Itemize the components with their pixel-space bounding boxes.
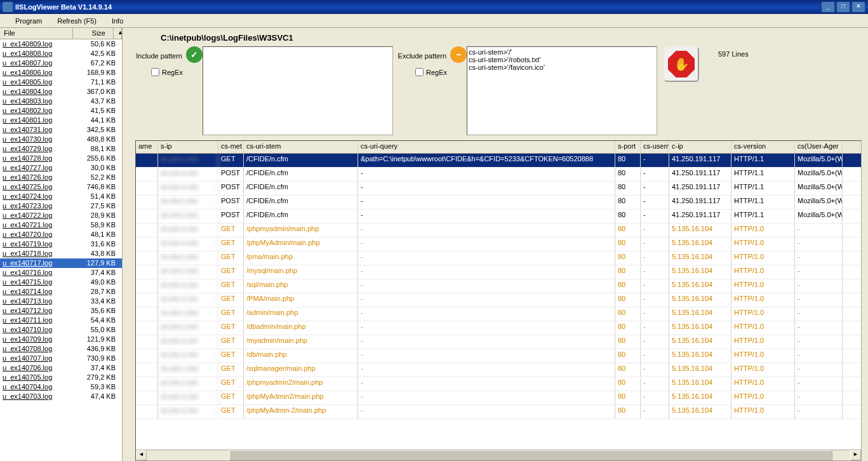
col-useragent[interactable]: cs(User-Ager <box>795 141 843 153</box>
col-cip[interactable]: c-ip <box>669 141 731 153</box>
file-row[interactable]: u_ex140806.log168,9 KB <box>0 68 122 77</box>
col-version[interactable]: cs-version <box>731 141 795 153</box>
file-row[interactable]: u_ex140727.log30,0 KB <box>0 163 122 173</box>
grid-row[interactable]: xx.xxx.x.xxxGET/mysql/main.php-80-5.135.… <box>136 265 861 279</box>
file-row[interactable]: u_ex140708.log436,9 KB <box>0 344 122 354</box>
grid-row[interactable]: xx.xxx.x.xxxGET/PMA/main.php-80-5.135.16… <box>136 293 861 307</box>
grid-row[interactable]: xx.xxx.x.xxxGET/pma/main.php-80-5.135.16… <box>136 251 861 265</box>
file-row[interactable]: u_ex140726.log52,2 KB <box>0 173 122 182</box>
file-row[interactable]: u_ex140704.log59,3 KB <box>0 382 122 392</box>
col-name[interactable]: ame <box>136 141 158 153</box>
file-row[interactable]: u_ex140710.log55,0 KB <box>0 325 122 335</box>
file-row[interactable]: u_ex140719.log31,6 KB <box>0 239 122 249</box>
cell-cip: 41.250.191.117 <box>669 168 731 181</box>
cell-uri-stem: /CFIDE/n.cfm <box>244 182 358 195</box>
file-name: u_ex140725.log <box>3 182 76 192</box>
file-size: 51,4 KB <box>76 192 119 201</box>
grid-row[interactable]: xx.xxx.x.xxxGET/phpMyAdmin2/main.php-80-… <box>136 391 861 405</box>
col-sip[interactable]: s-ip <box>158 141 218 153</box>
scroll-right-button[interactable]: ► <box>850 450 861 460</box>
file-row[interactable]: u_ex140805.log71,1 KB <box>0 77 122 87</box>
file-row[interactable]: u_ex140715.log49,0 KB <box>0 277 122 287</box>
cell-uri-stem: /pma/main.php <box>244 251 358 265</box>
file-header-name[interactable]: File <box>0 28 73 39</box>
grid-row[interactable]: xx.xxx.x.xxxPOST/CFIDE/n.cfm-80-41.250.1… <box>136 168 861 182</box>
cell-ua: - <box>795 349 843 363</box>
col-uri-query[interactable]: cs-uri-query <box>358 141 615 153</box>
grid-row[interactable]: xx.xxx.x.xxxGET/db/main.php-80-5.135.16.… <box>136 349 861 363</box>
file-row[interactable]: u_ex140714.log28,7 KB <box>0 287 122 297</box>
col-uri-stem[interactable]: cs-uri-stem <box>244 141 358 153</box>
grid-row[interactable]: xx.xxx.x.xxxGET/myadmin/main.php-80-5.13… <box>136 335 861 349</box>
grid-row[interactable]: xx.xxx.x.xxxGET/phpMyAdmin-2/main.php-80… <box>136 405 861 419</box>
grid-header[interactable]: ame s-ip cs-met cs-uri-stem cs-uri-query… <box>136 141 861 154</box>
grid-row[interactable]: xx.xxx.x.xxxGET/sqlmanager/main.php-80-5… <box>136 363 861 377</box>
file-row[interactable]: u_ex140713.log33,4 KB <box>0 297 122 306</box>
grid-row[interactable]: xx.xxx.x.xxxGET/phpmyadmin2/main.php-80-… <box>136 377 861 391</box>
cell-name <box>136 210 158 223</box>
file-row[interactable]: u_ex140716.log37,4 KB <box>0 268 122 277</box>
scroll-thumb[interactable] <box>229 450 832 460</box>
file-row[interactable]: u_ex140705.log279,2 KB <box>0 373 122 382</box>
file-row[interactable]: u_ex140731.log342,5 KB <box>0 125 122 135</box>
menu-refresh[interactable]: Refresh (F5) <box>50 17 104 25</box>
file-row[interactable]: u_ex140808.log42,5 KB <box>0 49 122 58</box>
grid-row[interactable]: xx.xxx.x.xxxGET/phpmyadmin/main.php-80-5… <box>136 224 861 237</box>
grid-row[interactable]: xx.xxx.x.xxxGET/admin/main.php-80-5.135.… <box>136 307 861 321</box>
file-row[interactable]: u_ex140721.log58,9 KB <box>0 220 122 230</box>
file-row[interactable]: u_ex140712.log35,6 KB <box>0 306 122 316</box>
file-list[interactable]: u_ex140809.log50,6 KBu_ex140808.log42,5 … <box>0 39 122 461</box>
col-port[interactable]: s-port <box>615 141 641 153</box>
minimize-button[interactable]: _ <box>821 1 835 13</box>
col-method[interactable]: cs-met <box>218 141 244 153</box>
grid-row[interactable]: xx.xxx.x.xxxPOST/CFIDE/n.cfm-80-41.250.1… <box>136 182 861 196</box>
file-row[interactable]: u_ex140722.log28,9 KB <box>0 211 122 220</box>
file-row[interactable]: u_ex140730.log488,8 KB <box>0 135 122 144</box>
file-row[interactable]: u_ex140720.log48,1 KB <box>0 230 122 239</box>
menu-info[interactable]: Info <box>104 17 131 25</box>
grid-row[interactable]: xx.xxx.x.xxxGET/phpMyAdmin/main.php-80-5… <box>136 237 861 251</box>
grid-row[interactable]: xx.xxx.x.xxxGET/CFIDE/n.cfm&path=C:\inet… <box>136 154 861 168</box>
scroll-track[interactable] <box>147 450 850 460</box>
cell-uri-stem: /CFIDE/n.cfm <box>244 154 358 167</box>
menu-program[interactable]: Program <box>8 17 50 25</box>
file-row[interactable]: u_ex140706.log37,4 KB <box>0 363 122 373</box>
grid-row[interactable]: xx.xxx.x.xxxGET/dbadmin/main.php-80-5.13… <box>136 321 861 335</box>
file-row[interactable]: u_ex140804.log367,0 KB <box>0 87 122 97</box>
file-row[interactable]: u_ex140807.log67,2 KB <box>0 58 122 68</box>
file-row[interactable]: u_ex140709.log121,9 KB <box>0 335 122 344</box>
col-username[interactable]: cs-usern <box>641 141 669 153</box>
file-row[interactable]: u_ex140802.log41,5 KB <box>0 106 122 116</box>
horizontal-scrollbar[interactable]: ◄ ► <box>136 450 861 460</box>
file-row[interactable]: u_ex140724.log51,4 KB <box>0 192 122 201</box>
file-header-size[interactable]: Size <box>73 28 114 39</box>
include-regex-checkbox[interactable] <box>151 68 159 76</box>
file-row[interactable]: u_ex140725.log746,8 KB <box>0 182 122 192</box>
grid-row[interactable]: xx.xxx.x.xxxPOST/CFIDE/n.cfm-80-41.250.1… <box>136 196 861 210</box>
grid-row[interactable]: xx.xxx.x.xxxGET/sql/main.php-80-5.135.16… <box>136 279 861 293</box>
exclude-regex-checkbox[interactable] <box>415 68 424 76</box>
file-row[interactable]: u_ex140711.log54,4 KB <box>0 316 122 325</box>
cell-version: HTTP/1.1 <box>731 210 795 223</box>
stop-button[interactable]: ✋ <box>664 46 699 82</box>
file-row[interactable]: u_ex140803.log43,7 KB <box>0 97 122 106</box>
file-row[interactable]: u_ex140809.log50,6 KB <box>0 39 122 49</box>
maximize-button[interactable]: □ <box>836 1 850 13</box>
grid-body[interactable]: xx.xxx.x.xxxGET/CFIDE/n.cfm&path=C:\inet… <box>136 154 861 450</box>
file-row[interactable]: u_ex140707.log730,9 KB <box>0 354 122 363</box>
file-row[interactable]: u_ex140703.log47,4 KB <box>0 392 122 401</box>
include-pattern-input[interactable] <box>203 46 393 135</box>
file-list-header[interactable]: File Size ▲ <box>0 28 122 39</box>
cell-method: GET <box>218 237 244 251</box>
grid-row[interactable]: xx.xxx.x.xxxPOST/CFIDE/n.cfm-80-41.250.1… <box>136 210 861 224</box>
exclude-pattern-input[interactable] <box>467 46 657 135</box>
file-row[interactable]: u_ex140729.log88,1 KB <box>0 144 122 154</box>
close-button[interactable]: × <box>851 1 865 13</box>
cell-sip: xx.xxx.x.xxx <box>158 196 218 209</box>
file-row[interactable]: u_ex140801.log44,1 KB <box>0 116 122 125</box>
scroll-left-button[interactable]: ◄ <box>136 450 147 460</box>
file-row[interactable]: u_ex140718.log43,8 KB <box>0 249 122 258</box>
file-row[interactable]: u_ex140728.log255,6 KB <box>0 154 122 163</box>
file-row[interactable]: u_ex140723.log27,5 KB <box>0 201 122 211</box>
file-row[interactable]: u_ex140717.log127,9 KB <box>0 258 122 268</box>
